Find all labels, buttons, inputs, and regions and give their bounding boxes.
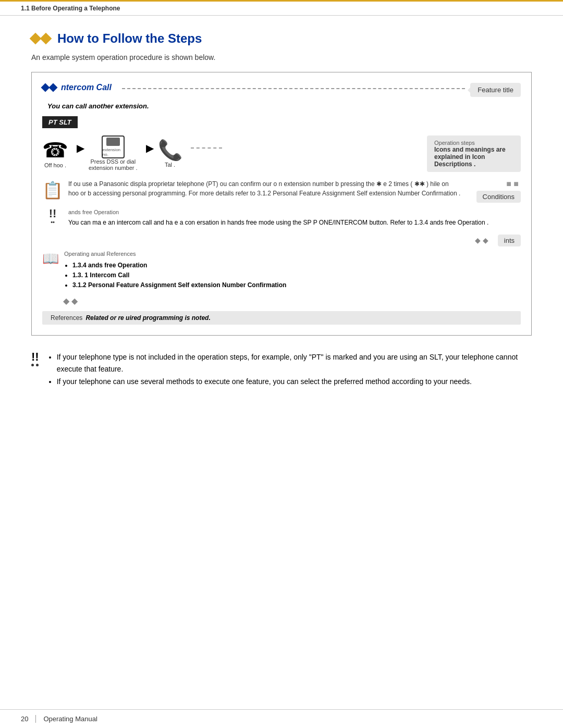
bottom-note-2: If your telephone can use several method… — [57, 376, 532, 388]
conditions-text: If ou use a Panasonic displa proprietar … — [68, 179, 461, 198]
ringing-phone-icon: 📞 — [158, 139, 182, 162]
manual-ref-item-1: 1.3.4 ands free Operation — [72, 261, 286, 270]
intercom-diamonds — [42, 84, 58, 91]
conditions-wrapper: 📋 If ou use a Panasonic displa proprieta… — [42, 179, 521, 203]
pt-slt-bar: PT SLT — [42, 116, 78, 128]
step-1-label: Off hoo . — [44, 162, 66, 168]
section-title: 1.1 Before Operating a Telephone — [21, 5, 120, 12]
step-3-label: Tal . — [165, 162, 175, 168]
manual-ref-item-3: 3.1.2 Personal Feature Assignment Self e… — [72, 280, 286, 290]
arrow-2: ▶ — [146, 142, 154, 154]
bottom-notes-list: If your telephone type is not included i… — [57, 351, 532, 388]
intercom-header: ntercom Call Feature title — [42, 83, 521, 97]
page-footer: 20 Operating Manual — [0, 709, 563, 728]
handset-icon: ☎ — [42, 138, 68, 162]
page-title: How to Follow the Steps — [57, 31, 202, 46]
bottom-note-1: If your telephone type is not included i… — [57, 351, 532, 376]
manual-ref-area: 📖 Operating anual References 1.3.4 ands … — [42, 250, 521, 291]
you-can-text: You can call another extension. — [47, 102, 521, 110]
exclamation-icon: !!•• — [42, 208, 63, 225]
feature-title-bubble: Feature title — [470, 83, 521, 97]
operation-area: ☎ Off hoo . ▶ extension no. Press DSS or… — [42, 135, 521, 172]
hands-free-area: !!•• ands free Operation You can ma e an… — [42, 208, 521, 227]
dashed-separator-2 — [191, 147, 222, 149]
steps-row: ☎ Off hoo . ▶ extension no. Press DSS or… — [42, 135, 422, 171]
dss-label: extension no. — [103, 147, 124, 157]
exclamation-marks: !!•• — [49, 208, 57, 225]
hints-label: ints — [498, 235, 521, 246]
title-diamonds — [31, 34, 52, 43]
main-content: How to Follow the Steps An example syste… — [0, 16, 563, 409]
dss-screen — [106, 138, 120, 146]
op-steps-desc: Icons and meanings are explained in Icon… — [434, 146, 513, 168]
references-text: Related or re uired programming is noted… — [85, 314, 210, 322]
operation-steps-bubble: Operation steps Icons and meanings are e… — [427, 135, 521, 172]
dashed-separator — [122, 88, 465, 89]
manual-ref-list: 1.3.4 ands free Operation 1.3. 1 Interco… — [72, 261, 286, 291]
bottom-notes: !! If your telephone type is not include… — [31, 351, 532, 388]
bottom-exclamation-icon: !! — [31, 351, 39, 366]
manual-text: Operating anual References 1.3.4 ands fr… — [64, 250, 286, 291]
intercom-title: ntercom Call — [42, 83, 112, 92]
intercom-title-text: ntercom Call — [61, 83, 112, 92]
step-3: 📞 Tal . — [158, 139, 182, 168]
hints-wrapper: ◆ ◆ ints — [42, 235, 521, 246]
references-bar: References Related or re uired programmi… — [42, 311, 521, 325]
step-2: extension no. Press DSS or dialextension… — [89, 135, 138, 171]
hands-free-title: ands free Operation — [68, 208, 521, 217]
page-subtitle: An example system operation procedure is… — [31, 53, 532, 61]
manual-ref-item-2: 1.3. 1 Intercom Call — [72, 270, 286, 280]
notebook-icon: 📋 — [42, 180, 63, 200]
manual-ref-title: Operating anual References — [64, 250, 286, 259]
hands-free-desc: You can ma e an intercom call and ha e a… — [68, 218, 521, 227]
section-header: 1.1 Before Operating a Telephone — [0, 0, 563, 16]
step-2-label: Press DSS or dialextension number . — [89, 158, 138, 171]
step-1: ☎ Off hoo . — [42, 138, 68, 168]
page-number: 20 — [21, 715, 36, 723]
ref-arrow-dots: ◆ ◆ — [63, 296, 521, 306]
page-title-row: How to Follow the Steps — [31, 31, 532, 46]
conditions-label: Conditions — [476, 191, 521, 203]
bottom-notes-text: If your telephone type is not included i… — [47, 351, 532, 388]
demo-box: ntercom Call Feature title You can call … — [31, 72, 532, 336]
hands-free-text: ands free Operation You can ma e an inte… — [68, 208, 521, 227]
op-steps-label: Operation steps — [434, 140, 513, 146]
manual-icon: 📖 — [42, 251, 59, 267]
dss-icon: extension no. — [102, 135, 125, 158]
footer-label: Operating Manual — [43, 715, 97, 723]
op-steps-text: Icons and meanings are explained in Icon… — [434, 146, 506, 168]
arrow-1: ▶ — [77, 142, 84, 154]
references-label: References — [51, 314, 82, 322]
